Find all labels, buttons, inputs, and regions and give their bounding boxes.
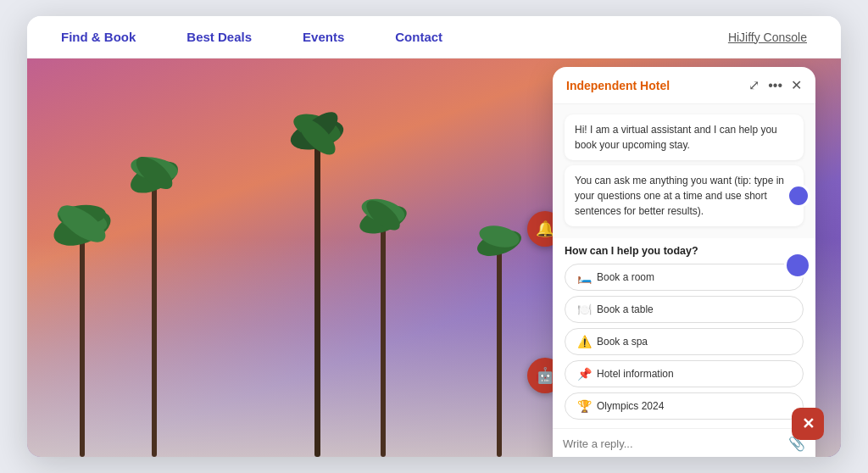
user-avatar <box>787 184 810 208</box>
chat-input-area: 📎 <box>553 428 815 457</box>
nav-find-book[interactable]: Find & Book <box>61 30 136 44</box>
nav-events[interactable]: Events <box>303 30 344 44</box>
svg-rect-14 <box>381 211 386 457</box>
bot-message-2: You can ask me anything you want (tip: t… <box>565 165 804 226</box>
option-book-spa[interactable]: ⚠️ Book a spa <box>565 328 804 355</box>
chat-widget: Independent Hotel ⤢ ••• ✕ Hi! I am a vir… <box>553 67 815 457</box>
spa-emoji: ⚠️ <box>577 335 592 348</box>
nav-contact[interactable]: Contact <box>395 30 442 44</box>
chat-options: 🛏️ Book a room 🍽️ Book a table ⚠️ Book a… <box>553 260 815 428</box>
palm-tree-1 <box>53 135 112 457</box>
palm-tree-4 <box>358 126 409 457</box>
nav-bar: Find & Book Best Deals Events Contact Hi… <box>27 16 841 58</box>
hero-section: 🔔 🤖 Independent Hotel ⤢ ••• ✕ Hi! I am a… <box>27 58 841 457</box>
browser-window: Find & Book Best Deals Events Contact Hi… <box>27 16 841 457</box>
active-indicator <box>784 252 811 279</box>
nav-best-deals[interactable]: Best Deals <box>186 30 252 44</box>
chat-reply-input[interactable] <box>563 437 782 450</box>
more-icon[interactable]: ••• <box>768 78 782 93</box>
svg-rect-9 <box>314 126 320 457</box>
close-corner-button[interactable]: ✕ <box>792 408 824 440</box>
close-icon[interactable]: ✕ <box>791 77 802 93</box>
pin-emoji: 📌 <box>577 367 592 381</box>
option-olympics[interactable]: 🏆 Olympics 2024 <box>565 392 804 420</box>
bot-icon: 🤖 <box>536 366 554 385</box>
nav-console[interactable]: HiJiffy Console <box>728 31 807 44</box>
expand-icon[interactable]: ⤢ <box>748 77 760 93</box>
option-hotel-info[interactable]: 📌 Hotel information <box>565 360 804 387</box>
svg-rect-5 <box>152 169 157 457</box>
bell-icon: 🔔 <box>536 220 554 238</box>
palm-tree-5 <box>476 143 523 457</box>
bot-message-1: Hi! I am a virtual assistant and I can h… <box>565 114 804 160</box>
chat-header-icons: ⤢ ••• ✕ <box>748 77 802 93</box>
option-book-table[interactable]: 🍽️ Book a table <box>565 296 804 323</box>
table-emoji: 🍽️ <box>577 303 592 316</box>
option-book-room[interactable]: 🛏️ Book a room <box>565 264 804 291</box>
chat-title: Independent Hotel <box>566 79 742 92</box>
chat-messages: Hi! I am a virtual assistant and I can h… <box>553 104 815 238</box>
palm-tree-2 <box>129 101 180 457</box>
chat-header: Independent Hotel ⤢ ••• ✕ <box>553 67 815 104</box>
bed-emoji: 🛏️ <box>577 270 592 284</box>
trophy-emoji: 🏆 <box>577 399 592 413</box>
svg-rect-0 <box>80 220 85 457</box>
chat-question: How can I help you today? <box>553 238 815 260</box>
svg-rect-18 <box>497 236 502 457</box>
close-corner-icon: ✕ <box>802 415 815 433</box>
palm-tree-3 <box>290 75 345 457</box>
